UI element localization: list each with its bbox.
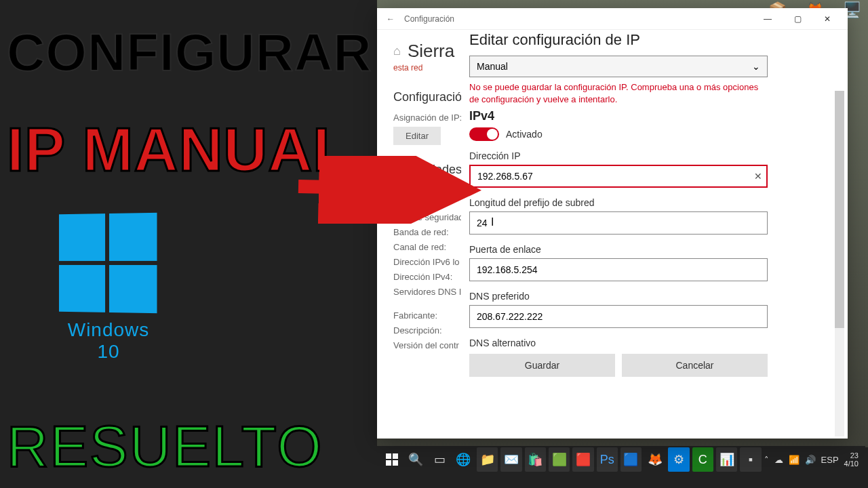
tray-chevron-icon[interactable]: ˄ xyxy=(764,455,769,465)
error-message: No se puede guardar la configuración IP.… xyxy=(469,81,768,105)
volume-icon[interactable]: 🔊 xyxy=(805,455,816,465)
dialog-title: Editar configuración de IP xyxy=(469,31,836,49)
photoshop-icon[interactable]: Ps xyxy=(597,447,618,472)
toggle-label: Activado xyxy=(506,129,542,140)
ipv4-toggle[interactable] xyxy=(469,127,499,141)
settings-taskbar-icon[interactable]: ⚙ xyxy=(668,447,689,472)
cancel-button[interactable]: Cancelar xyxy=(622,354,768,377)
scrollbar-thumb[interactable] xyxy=(835,91,844,328)
wifi-icon[interactable]: 📶 xyxy=(789,455,800,465)
search-icon[interactable]: 🔍 xyxy=(405,447,426,472)
overlay-line1: CONFIGURAR xyxy=(7,27,387,77)
dropdown-value: Manual xyxy=(477,61,508,72)
app-icon[interactable]: 📊 xyxy=(716,447,737,472)
chevron-down-icon: ⌄ xyxy=(752,61,760,72)
window-title: Configuración xyxy=(399,14,753,24)
task-view-icon[interactable]: ▭ xyxy=(429,447,450,472)
system-tray: ˄ ☁ 📶 🔊 ESP 23 4/10 xyxy=(764,451,861,468)
svg-rect-1 xyxy=(386,453,391,459)
app-icon[interactable]: 🟥 xyxy=(572,447,593,472)
overlay-resuelto: RESUELTO xyxy=(7,413,323,480)
ip-address-label: Dirección IP xyxy=(469,150,836,161)
windows-logo: Windows 10 xyxy=(58,214,159,363)
explorer-icon[interactable]: 📁 xyxy=(477,447,498,472)
dns1-input[interactable] xyxy=(469,305,768,328)
svg-rect-4 xyxy=(393,460,398,466)
windows-label: Windows 10 xyxy=(58,319,159,363)
svg-line-0 xyxy=(298,186,454,190)
ip-mode-dropdown[interactable]: Manual ⌄ xyxy=(469,56,768,77)
svg-rect-2 xyxy=(393,453,398,459)
terminal-icon[interactable]: ▪ xyxy=(740,447,761,472)
close-button[interactable]: ✕ xyxy=(812,9,842,29)
language-indicator[interactable]: ESP xyxy=(821,455,839,465)
page-title: Sierra xyxy=(408,41,454,62)
app-icon[interactable]: C xyxy=(692,447,713,472)
edge-icon[interactable]: 🌐 xyxy=(453,447,474,472)
back-button[interactable]: ← xyxy=(382,14,399,24)
edit-button[interactable]: Editar xyxy=(393,127,441,145)
save-button[interactable]: Guardar xyxy=(469,354,615,377)
prefix-label: Longitud del prefijo de subred xyxy=(469,197,836,208)
app-icon[interactable]: 🟩 xyxy=(549,447,570,472)
taskbar: 🔍 ▭ 🌐 📁 ✉️ 🛍️ 🟩 🟥 Ps 🟦 🦊 ⚙ C 📊 ▪ ˄ ☁ 📶 🔊… xyxy=(377,446,865,473)
home-icon[interactable]: ⌂ xyxy=(393,44,401,58)
start-button[interactable] xyxy=(381,447,402,472)
mail-icon[interactable]: ✉️ xyxy=(500,447,521,472)
text-cursor-icon: I xyxy=(491,216,494,228)
gateway-label: Puerta de enlace xyxy=(469,244,836,255)
onedrive-icon[interactable]: ☁ xyxy=(774,455,783,465)
firefox-icon[interactable]: 🦊 xyxy=(644,447,665,472)
prefix-input[interactable] xyxy=(469,211,768,235)
dns1-label: DNS preferido xyxy=(469,291,836,302)
svg-rect-3 xyxy=(386,460,391,466)
arrow-annotation xyxy=(292,156,481,224)
ip-address-input[interactable] xyxy=(469,165,768,188)
ip-config-dialog: Editar configuración de IP Manual ⌄ No s… xyxy=(461,30,844,382)
gateway-input[interactable] xyxy=(469,258,768,281)
ipv4-heading: IPv4 xyxy=(469,109,836,123)
maximize-button[interactable]: ▢ xyxy=(783,9,812,29)
app-icon[interactable]: 🟦 xyxy=(620,447,642,472)
minimize-button[interactable]: — xyxy=(753,9,783,29)
store-icon[interactable]: 🛍️ xyxy=(525,447,546,472)
dns2-label: DNS alternativo xyxy=(469,338,836,348)
clock[interactable]: 23 4/10 xyxy=(844,451,859,468)
clear-icon[interactable]: ✕ xyxy=(754,170,762,181)
titlebar: ← Configuración — ▢ ✕ xyxy=(377,8,848,30)
